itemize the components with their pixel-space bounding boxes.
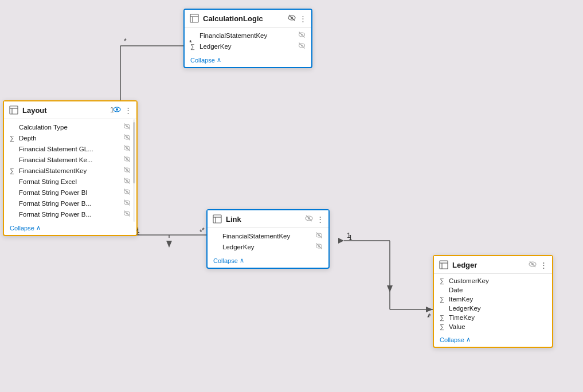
- table-row: Date: [434, 285, 552, 295]
- calculationlogic-body: FinancialStatementKey ∑ LedgerKey: [185, 28, 311, 54]
- link-body: FinancialStatementKey LedgerKey: [208, 228, 328, 254]
- table-row: ∑ FinancialStatementKey: [4, 165, 136, 176]
- more-icon[interactable]: ⋮: [316, 215, 324, 224]
- table-row: ∑ CustomerKey: [434, 276, 552, 285]
- calculationlogic-title: CalculationLogic: [203, 14, 284, 23]
- layout-header: Layout ⋮: [4, 101, 136, 119]
- visibility-icon: [123, 166, 131, 175]
- table-row: ∑ Value: [434, 322, 552, 331]
- table-icon: [212, 214, 222, 224]
- visibility-icon: [123, 134, 131, 142]
- table-icon: [189, 13, 199, 23]
- table-icon: [439, 260, 449, 270]
- table-row: ∑ ItemKey: [434, 295, 552, 304]
- visibility-icon: [123, 199, 131, 207]
- table-row: Financial Statement Ke...: [4, 154, 136, 165]
- table-row: LedgerKey: [208, 241, 328, 252]
- table-row: LedgerKey: [434, 304, 552, 313]
- table-calculationlogic: CalculationLogic ⋮ FinancialStatementKey…: [183, 9, 312, 68]
- table-ledger: Ledger ⋮ ∑ CustomerKey Date ∑ ItemKey Le…: [433, 255, 553, 348]
- svg-text:*: *: [124, 37, 127, 45]
- calculationlogic-icons: ⋮: [288, 14, 307, 23]
- eye-icon[interactable]: [529, 260, 537, 270]
- calculationlogic-header: CalculationLogic ⋮: [185, 10, 311, 28]
- link-title: Link: [226, 215, 302, 224]
- ledger-icons: ⋮: [529, 260, 547, 270]
- table-row: Calculation Type: [4, 121, 136, 132]
- layout-icons: ⋮: [113, 105, 132, 115]
- link-collapse[interactable]: Collapse ∧: [208, 254, 328, 268]
- visibility-icon: [123, 155, 131, 164]
- svg-marker-17: [338, 238, 344, 244]
- svg-rect-33: [10, 106, 18, 114]
- table-row: ∑ TimeKey: [434, 313, 552, 322]
- cardinality-one-1: 1: [110, 106, 114, 114]
- more-icon[interactable]: ⋮: [299, 14, 307, 23]
- eye-icon[interactable]: [113, 105, 121, 115]
- visibility-icon: [298, 31, 306, 40]
- table-row: ∑ Depth: [4, 132, 136, 143]
- visibility-icon: [123, 144, 131, 153]
- ledger-header: Ledger ⋮: [434, 256, 552, 274]
- table-layout: Layout ⋮ Calculation Type ∑ Depth Financ…: [3, 100, 138, 236]
- more-icon[interactable]: ⋮: [124, 106, 132, 115]
- visibility-icon: [123, 123, 131, 131]
- visibility-icon: [315, 232, 323, 240]
- visibility-icon: [123, 210, 131, 218]
- more-icon[interactable]: ⋮: [540, 261, 547, 269]
- visibility-icon: [123, 177, 131, 186]
- link-icons: ⋮: [305, 214, 324, 224]
- table-row: FinancialStatementKey: [208, 230, 328, 241]
- ledger-body: ∑ CustomerKey Date ∑ ItemKey LedgerKey ∑…: [434, 274, 552, 334]
- visibility-icon: [123, 188, 131, 197]
- layout-title: Layout: [22, 106, 109, 115]
- layout-body: Calculation Type ∑ Depth Financial State…: [4, 119, 136, 222]
- table-row: Format String Power B...: [4, 209, 136, 219]
- svg-point-37: [116, 108, 118, 111]
- cardinality-one-3: 1: [349, 234, 353, 242]
- table-row: Format String Excel: [4, 176, 136, 187]
- svg-rect-21: [190, 14, 198, 22]
- table-row: Format String Power BI: [4, 187, 136, 198]
- calculationlogic-collapse[interactable]: Collapse ∧: [185, 54, 311, 67]
- visibility-icon: [315, 242, 323, 251]
- svg-marker-20: [387, 285, 393, 292]
- cardinality-many-2: *: [199, 228, 202, 236]
- table-icon: [9, 105, 19, 115]
- cardinality-many-1: *: [189, 39, 192, 47]
- layout-collapse[interactable]: Collapse ∧: [4, 222, 136, 235]
- table-row: ∑ LedgerKey: [185, 41, 311, 52]
- table-row: Format String Power B...: [4, 198, 136, 209]
- svg-marker-8: [166, 241, 172, 248]
- ledger-collapse[interactable]: Collapse ∧: [434, 334, 552, 347]
- svg-rect-77: [440, 261, 448, 269]
- table-link: Link ⋮ FinancialStatementKey LedgerKey C…: [206, 209, 330, 269]
- ledger-title: Ledger: [452, 261, 525, 269]
- eye-icon[interactable]: [288, 14, 296, 23]
- table-row: Financial Statement GL...: [4, 143, 136, 154]
- cardinality-one-2: 1: [136, 228, 140, 236]
- link-header: Link ⋮: [208, 210, 328, 228]
- eye-icon[interactable]: [305, 214, 313, 224]
- cardinality-many-3: *: [427, 314, 430, 322]
- svg-rect-65: [213, 215, 221, 223]
- svg-marker-16: [426, 307, 433, 312]
- visibility-icon: [298, 42, 306, 50]
- table-row: FinancialStatementKey: [185, 30, 311, 41]
